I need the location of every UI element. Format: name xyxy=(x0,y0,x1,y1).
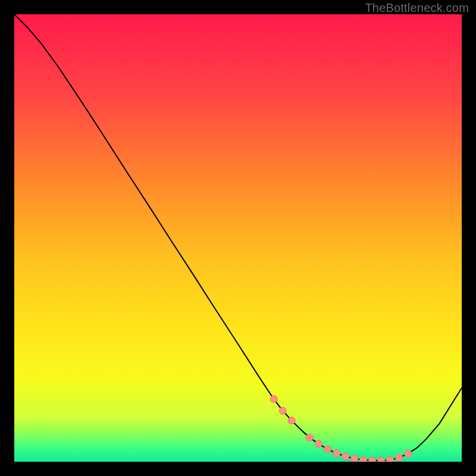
watermark-text: TheBottleneck.com xyxy=(365,1,469,15)
chart-marker xyxy=(378,457,385,462)
chart-marker xyxy=(324,446,331,453)
chart-marker xyxy=(360,456,367,462)
chart-background xyxy=(14,14,462,462)
chart-marker xyxy=(288,417,295,424)
chart-marker xyxy=(405,450,412,457)
chart-marker xyxy=(387,456,394,462)
chart-marker xyxy=(306,434,313,441)
chart-marker xyxy=(333,450,340,457)
plot-area xyxy=(14,14,462,462)
chart-marker xyxy=(270,396,277,403)
chart-marker xyxy=(369,457,376,462)
chart-marker xyxy=(279,407,286,414)
chart-marker xyxy=(396,454,403,461)
chart-marker xyxy=(342,453,349,460)
chart-marker xyxy=(351,455,358,462)
chart-marker xyxy=(315,440,322,447)
chart-svg xyxy=(14,14,462,462)
chart-frame: TheBottleneck.com xyxy=(0,0,476,476)
